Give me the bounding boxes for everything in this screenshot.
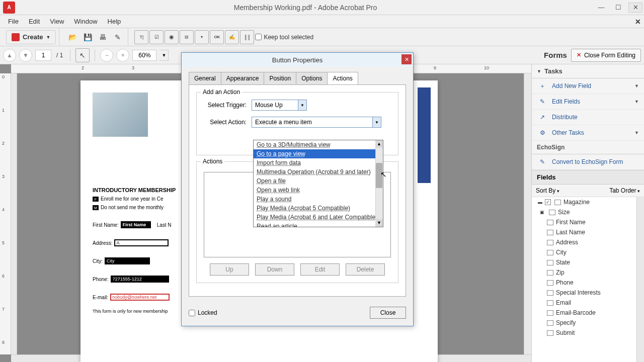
distribute-icon: ↗: [538, 113, 547, 121]
city-field[interactable]: [105, 257, 150, 264]
create-button[interactable]: Create ▼: [6, 30, 56, 44]
tab-actions[interactable]: Actions: [327, 72, 358, 84]
task-add-new-field[interactable]: ＋Add New Field▼: [532, 78, 644, 94]
field-item-phone[interactable]: Phone: [532, 278, 644, 288]
zoom-in-button[interactable]: +: [116, 49, 129, 62]
scroll-down-icon[interactable]: ▼: [375, 219, 383, 227]
dropdown-item[interactable]: Play a sound: [254, 195, 383, 204]
field-item-size[interactable]: ▣Size: [532, 207, 644, 217]
up-button[interactable]: Up: [210, 263, 249, 276]
dropdown-item[interactable]: Go to a 3D/Multimedia view: [254, 140, 383, 149]
field-icon: [547, 270, 553, 276]
field-item-address[interactable]: Address: [532, 237, 644, 247]
task-distribute[interactable]: ↗Distribute: [532, 110, 644, 125]
tab-appearance[interactable]: Appearance: [221, 72, 265, 84]
echosign-label: EchoSign: [532, 141, 644, 154]
trigger-row: Select Trigger: Mouse Up ▼: [204, 100, 391, 111]
sort-by-dropdown[interactable]: Sort By: [536, 187, 559, 194]
action-select[interactable]: Execute a menu item ▼: [252, 117, 381, 128]
field-item-submit[interactable]: Submit: [532, 328, 644, 338]
tab-position[interactable]: Position: [264, 72, 296, 84]
chevron-down-icon: ▼: [634, 99, 639, 104]
maximize-button[interactable]: ☐: [611, 3, 625, 13]
field-item-emailbarcode[interactable]: Email-Barcode: [532, 308, 644, 318]
first-name-field[interactable]: [121, 221, 151, 228]
menu-view[interactable]: View: [45, 16, 69, 27]
locked-checkbox[interactable]: Locked: [189, 309, 217, 316]
task-other[interactable]: ⚙Other Tasks▼: [532, 125, 644, 141]
listbox-icon[interactable]: ▤: [180, 30, 194, 44]
menu-help[interactable]: Help: [103, 16, 126, 27]
field-item-city[interactable]: City: [532, 247, 644, 257]
field-item-lastname[interactable]: Last Name: [532, 227, 644, 237]
field-item-firstname[interactable]: First Name: [532, 217, 644, 227]
barcode-icon[interactable]: ║║: [240, 30, 254, 44]
scroll-thumb[interactable]: [376, 163, 382, 188]
page-down-button[interactable]: ▼: [19, 49, 32, 62]
fields-header[interactable]: Fields: [532, 170, 644, 185]
tab-options[interactable]: Options: [296, 72, 328, 84]
dropdown-item[interactable]: Import form data: [254, 158, 383, 167]
dialog-footer: Locked Close: [182, 304, 413, 326]
close-button[interactable]: ✕: [628, 3, 642, 13]
field-tree-root[interactable]: ▬✓Magazine: [532, 197, 644, 207]
toolbar-main: Create ▼ 📂 💾 🖶 ✎ T| ☑ ◉ ▤ ▾ OK ✍ ║║ Keep…: [0, 28, 644, 46]
address-field[interactable]: [114, 239, 169, 246]
combobox-icon[interactable]: ▾: [195, 30, 209, 44]
edit-button[interactable]: Edit: [300, 263, 340, 276]
dropdown-item[interactable]: Open a web link: [254, 186, 383, 195]
scrollbar-vertical[interactable]: [524, 73, 531, 354]
minimize-button[interactable]: —: [594, 3, 608, 13]
checkbox-icon[interactable]: ☑: [149, 30, 164, 44]
actions-label: Actions: [201, 158, 224, 165]
button-field-icon[interactable]: OK: [210, 30, 224, 44]
field-item-special[interactable]: Special Interests: [532, 288, 644, 298]
dropdown-item-highlighted[interactable]: Go to a page view: [254, 149, 383, 158]
zoom-dropdown-icon[interactable]: ▼: [159, 50, 169, 61]
menu-window[interactable]: Window: [69, 16, 102, 27]
dropdown-item[interactable]: Open a file: [254, 176, 383, 186]
field-item-email[interactable]: Email: [532, 298, 644, 308]
page-up-button[interactable]: ▲: [3, 49, 16, 62]
save-icon[interactable]: 💾: [80, 30, 95, 44]
menu-file[interactable]: File: [3, 16, 24, 27]
keep-tool-checkbox[interactable]: Keep tool selected: [255, 34, 313, 41]
radio-icon[interactable]: ◉: [165, 30, 179, 44]
text-field-icon[interactable]: T|: [134, 30, 148, 44]
field-item-zip[interactable]: Zip: [532, 267, 644, 278]
dropdown-scrollbar[interactable]: ▲ ▼: [375, 140, 383, 227]
dropdown-item[interactable]: Play Media (Acrobat 5 Compatible): [254, 204, 383, 213]
close-form-editing-button[interactable]: Close Form Editing: [571, 49, 641, 62]
cursor-icon[interactable]: ↖: [75, 48, 90, 62]
menu-edit[interactable]: Edit: [24, 16, 45, 27]
trigger-select[interactable]: Mouse Up ▼: [252, 100, 307, 111]
dropdown-item[interactable]: Multimedia Operation (Acrobat 9 and late…: [254, 167, 383, 176]
tasks-header[interactable]: Tasks: [532, 64, 644, 78]
zoom-input[interactable]: [132, 50, 156, 61]
close-button[interactable]: Close: [370, 307, 406, 319]
zoom-out-button[interactable]: −: [100, 49, 113, 62]
email-field[interactable]: [110, 294, 170, 301]
dropdown-item[interactable]: Read an article: [254, 222, 383, 227]
nav-pane-strip[interactable]: [11, 73, 17, 354]
page-input[interactable]: [35, 50, 51, 61]
field-item-state[interactable]: State: [532, 257, 644, 267]
task-convert-echosign[interactable]: ✎Convert to EchoSign Form: [532, 154, 644, 170]
task-edit-fields[interactable]: ✎Edit Fields▼: [532, 94, 644, 110]
phone-field[interactable]: [111, 276, 169, 283]
open-icon[interactable]: 📂: [65, 30, 79, 44]
fields-scrollbar[interactable]: [636, 197, 644, 362]
action-dropdown-list[interactable]: Go to a 3D/Multimedia view Go to a page …: [253, 140, 383, 227]
edit-icon[interactable]: ✎: [111, 30, 125, 44]
down-button[interactable]: Down: [255, 263, 294, 276]
delete-button[interactable]: Delete: [346, 263, 385, 276]
field-item-specify[interactable]: Specify: [532, 318, 644, 328]
tab-general[interactable]: General: [189, 72, 221, 84]
dialog-close-button[interactable]: ✕: [401, 54, 412, 64]
document-close-icon[interactable]: ✕: [635, 18, 641, 26]
print-icon[interactable]: 🖶: [96, 30, 110, 44]
signature-icon[interactable]: ✍: [225, 30, 239, 44]
dropdown-item[interactable]: Play Media (Acrobat 6 and Later Compatib…: [254, 213, 383, 222]
tab-order-dropdown[interactable]: Tab Order: [609, 187, 640, 194]
scroll-up-icon[interactable]: ▲: [375, 140, 383, 148]
